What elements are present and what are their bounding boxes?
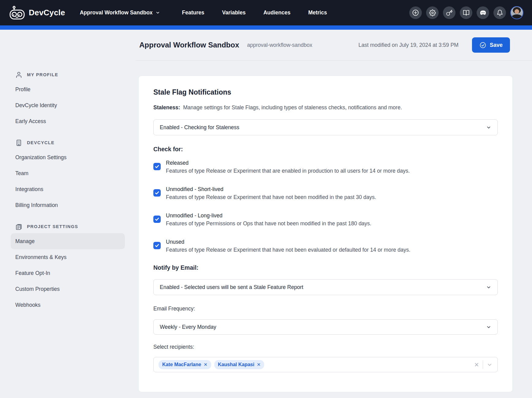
user-avatar[interactable] [510,6,523,19]
brand-name: DevCycle [29,8,65,17]
multiselect-controls: ✕ [474,360,493,369]
notify-select-value: Enabled - Selected users will be sent a … [160,284,303,291]
check-description: Features of type Release or Experiment t… [166,167,410,175]
page-header: Approval Workflow Sandbox approval-workf… [0,30,532,61]
check-row-unmodified-short-lived: Unmodified - Short-lived Features of typ… [153,185,498,201]
check-label: Unmodified - Long-lived [166,212,371,220]
frequency-select-value: Weekly - Every Monday [160,324,216,330]
check-description: Features of type Permissions or Ops that… [166,220,371,227]
chevron-down-icon [486,325,491,330]
accent-strip [0,25,532,30]
project-switcher-label: Approval Workflow Sandbox [80,9,153,16]
page-title: Approval Workflow Sandbox [139,41,239,49]
clear-all-icon[interactable]: ✕ [474,362,479,368]
chevron-down-icon [486,285,491,290]
remove-recipient-icon[interactable]: ✕ [204,362,208,367]
devcycle-robot-icon [9,6,25,20]
checkbox-released[interactable] [153,163,161,170]
api-keys-button[interactable] [443,6,455,19]
chevron-down-icon[interactable] [487,362,493,368]
staleness-description: Staleness: Manage settings for Stale Fla… [153,104,498,111]
book-icon [463,9,470,16]
sidebar-item-webhooks[interactable]: Webhooks [11,297,125,313]
recipients-multiselect[interactable]: Kate MacFarlane ✕ Kaushal Kapasi ✕ ✕ [153,357,498,372]
recipient-tag: Kate MacFarlane ✕ [159,360,211,369]
sidebar-item-custom-properties[interactable]: Custom Properties [11,281,125,297]
check-row-unmodified-long-lived: Unmodified - Long-lived Features of type… [153,212,498,227]
check-row-unused: Unused Features of type Release or Exper… [153,238,498,254]
recipient-name: Kaushal Kapasi [218,362,254,367]
docs-button[interactable] [460,6,472,19]
nav-link-features[interactable]: Features [182,9,204,16]
remove-recipient-icon[interactable]: ✕ [257,362,261,367]
plus-circle-icon [412,9,419,16]
sidebar-item-manage[interactable]: Manage [11,233,125,249]
notifications-button[interactable] [493,6,506,19]
sidebar-item-devcycle-identity[interactable]: DevCycle Identity [11,97,125,113]
sidebar-item-early-access[interactable]: Early Access [11,113,125,129]
user-icon [15,71,22,78]
chevron-down-icon [486,125,491,130]
building-icon [15,139,22,146]
create-button[interactable] [409,6,422,19]
sidebar-section-label: DEVCYCLE [27,140,54,145]
notify-select[interactable]: Enabled - Selected users will be sent a … [153,279,498,295]
staleness-desc-text: Manage settings for Stale Flags, includi… [183,104,402,111]
checkbox-unmodified-short-lived[interactable] [153,189,161,197]
settings-button[interactable] [426,6,439,19]
stale-flag-notifications-card: Stale Flag Notifications Staleness: Mana… [138,76,513,392]
sidebar-section-my-profile: MY PROFILE [11,68,125,81]
check-label: Unused [166,238,410,246]
top-navigation: DevCycle Approval Workflow Sandbox Featu… [0,0,532,25]
staleness-label: Staleness: [153,104,180,111]
sidebar-section-project-settings: PROJECT SETTINGS [11,220,125,233]
nav-link-metrics[interactable]: Metrics [308,9,327,16]
check-row-released: Released Features of type Release or Exp… [153,159,498,175]
devcycle-logo[interactable]: DevCycle [9,6,65,20]
check-description: Features of type Release or Experiment t… [166,246,410,254]
check-description: Features of type Release or Experiment t… [166,193,376,201]
gear-icon [429,9,436,16]
sidebar-item-organization-settings[interactable]: Organization Settings [11,149,125,165]
recipient-tag: Kaushal Kapasi ✕ [214,360,264,369]
settings-sidebar: MY PROFILE Profile DevCycle Identity Ear… [11,68,125,313]
save-button-label: Save [490,42,503,48]
staleness-select[interactable]: Enabled - Checking for Staleness [153,119,498,135]
sidebar-item-team[interactable]: Team [11,165,125,181]
save-button[interactable]: Save [472,37,510,53]
recipient-name: Kate MacFarlane [162,362,201,367]
nav-icon-buttons [409,6,523,19]
select-recipients-label: Select recipients: [153,344,498,350]
checkbox-unused[interactable] [153,242,161,249]
check-label: Unmodified - Short-lived [166,185,376,193]
divider [483,360,483,369]
notify-by-email-label: Notify by Email: [153,264,498,271]
nav-link-audiences[interactable]: Audiences [263,9,290,16]
sidebar-item-profile[interactable]: Profile [11,81,125,97]
check-circle-icon [479,42,486,49]
notepad-icon [15,223,22,230]
sidebar-item-environments-keys[interactable]: Environments & Keys [11,249,125,265]
staleness-checks: Released Features of type Release or Exp… [153,159,498,254]
check-for-label: Check for: [153,146,498,153]
last-modified-text: Last modified on July 19, 2024 at 3:59 P… [358,42,459,48]
bell-icon [496,9,503,16]
card-title: Stale Flag Notifications [153,88,498,96]
nav-link-variables[interactable]: Variables [222,9,246,16]
checkbox-unmodified-long-lived[interactable] [153,216,161,223]
project-switcher-dropdown[interactable]: Approval Workflow Sandbox [80,9,160,16]
sidebar-item-billing-information[interactable]: Billing Information [11,197,125,213]
staleness-select-value: Enabled - Checking for Staleness [160,124,239,131]
discord-icon [479,9,487,17]
sidebar-section-label: MY PROFILE [27,72,58,77]
sidebar-item-integrations[interactable]: Integrations [11,181,125,197]
email-frequency-label: Email Frequency: [153,306,498,312]
chevron-down-icon [155,10,160,15]
key-icon [446,9,453,16]
sidebar-item-feature-opt-in[interactable]: Feature Opt-In [11,265,125,281]
sidebar-section-label: PROJECT SETTINGS [27,224,78,229]
nav-links: Features Variables Audiences Metrics [182,9,327,16]
frequency-select[interactable]: Weekly - Every Monday [153,319,498,335]
discord-button[interactable] [477,6,489,19]
page-slug: approval-workflow-sandbox [247,42,312,48]
